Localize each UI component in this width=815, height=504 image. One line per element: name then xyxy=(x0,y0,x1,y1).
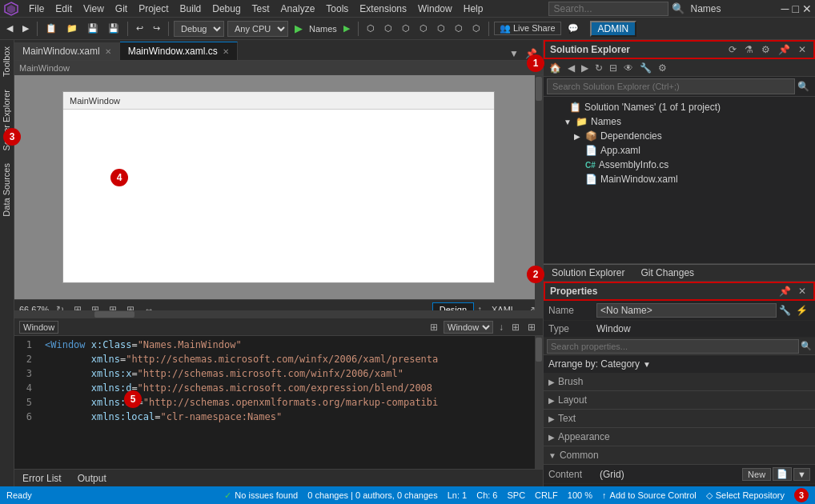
prop-name-lightning[interactable]: ⚡ xyxy=(793,304,810,317)
tree-item-dependencies[interactable]: ▶ 📦 Dependencies xyxy=(544,129,815,143)
feedback-button[interactable]: 💬 xyxy=(564,22,582,35)
platform-dropdown[interactable]: Any CPU xyxy=(227,21,288,37)
se-filter-button[interactable]: ⚗ xyxy=(742,43,756,56)
output-tab[interactable]: Output xyxy=(74,471,110,486)
expand-icon-deps[interactable]: ▶ xyxy=(572,132,582,141)
content-page-icon[interactable]: 📄 xyxy=(773,467,792,481)
toolbar-btn-2[interactable]: ⬡ xyxy=(381,22,395,35)
server-explorer-tab[interactable]: Server Explorer xyxy=(0,83,14,157)
se-refresh-button[interactable]: ↻ xyxy=(592,62,605,74)
code-toolbar-2[interactable]: ⊞ xyxy=(509,321,522,334)
brush-section[interactable]: ▶ Brush xyxy=(544,373,815,391)
text-expand[interactable]: ▶ xyxy=(548,414,555,423)
run-alt-button[interactable]: ▶ xyxy=(340,22,353,35)
tab-close-2[interactable]: ✕ xyxy=(223,47,229,56)
menu-extensions[interactable]: Extensions xyxy=(355,2,412,16)
prop-search-input[interactable] xyxy=(547,339,799,354)
toolbar-btn-6[interactable]: ⬡ xyxy=(452,22,466,35)
toolbar-btn-5[interactable]: ⬡ xyxy=(434,22,448,35)
crlf-status[interactable]: CRLF xyxy=(535,490,558,500)
toolbox-tab[interactable]: Toolbox xyxy=(0,40,14,83)
se-home-button[interactable]: 🏠 xyxy=(547,62,564,74)
back-button[interactable]: ◀ xyxy=(3,22,16,35)
forward-button[interactable]: ▶ xyxy=(19,22,32,35)
se-fwd-button[interactable]: ▶ xyxy=(579,62,591,74)
menu-analyze[interactable]: Analyze xyxy=(276,2,320,16)
live-share-button[interactable]: 👥 Live Share xyxy=(494,22,561,35)
open-button[interactable]: 📁 xyxy=(63,22,81,35)
prop-pin-btn[interactable]: 📌 xyxy=(777,285,793,298)
tree-item-mainwindow-xaml[interactable]: 📄 MainWindow.xaml xyxy=(544,172,815,186)
toolbar-btn-7[interactable]: ⬡ xyxy=(469,22,484,35)
common-section[interactable]: ▼ Common xyxy=(544,446,815,465)
maximize-button[interactable]: □ xyxy=(793,2,799,15)
select-repository-status[interactable]: ◇ Select Repository xyxy=(706,490,785,501)
close-button[interactable]: ✕ xyxy=(802,2,812,15)
code-toolbar-1[interactable]: ⊞ xyxy=(428,321,440,334)
menu-help[interactable]: Help xyxy=(459,2,488,16)
window-dropdown[interactable]: Window xyxy=(19,321,58,334)
admin-button[interactable]: ADMIN xyxy=(590,21,637,37)
tree-item-app-xaml[interactable]: 📄 App.xaml xyxy=(544,143,815,158)
content-down-icon[interactable]: ▼ xyxy=(793,468,810,481)
menu-window[interactable]: Window xyxy=(413,2,457,16)
tree-item-names[interactable]: ▼ 📁 Names xyxy=(544,114,815,129)
se-close-button[interactable]: ✕ xyxy=(796,43,809,56)
menu-project[interactable]: Project xyxy=(134,2,173,16)
se-pin-button[interactable]: 📌 xyxy=(776,43,793,56)
tab-mainwindow-xaml-cs[interactable]: MainWindow.xaml.cs ✕ xyxy=(120,42,238,60)
add-to-source-control-status[interactable]: ↑ Add to Source Control xyxy=(602,490,697,500)
data-sources-tab[interactable]: Data Sources xyxy=(0,157,14,223)
menu-build[interactable]: Build xyxy=(175,2,207,16)
menu-view[interactable]: View xyxy=(78,2,109,16)
code-arrow-down[interactable]: ↓ xyxy=(496,321,506,334)
prop-name-wrench[interactable]: 🔧 xyxy=(777,304,793,317)
code-toolbar-3[interactable]: ⊞ xyxy=(525,321,538,334)
toolbar-btn-3[interactable]: ⬡ xyxy=(399,22,413,35)
code-class-dropdown[interactable]: Window xyxy=(444,321,493,334)
brush-expand[interactable]: ▶ xyxy=(548,378,555,386)
se-settings-button[interactable]: ⚙ xyxy=(759,43,773,56)
code-lines[interactable]: <Window x:Class="Names.MainWindow" xmlns… xyxy=(38,336,535,469)
se-search-input[interactable] xyxy=(547,78,795,94)
se-preview-button[interactable]: 👁 xyxy=(621,62,636,74)
tree-item-assembly-info[interactable]: C# AssemblyInfo.cs xyxy=(544,158,815,172)
tree-item-solution[interactable]: 📋 Solution 'Names' (1 of 1 project) xyxy=(544,100,815,114)
toolbar-btn-4[interactable]: ⬡ xyxy=(416,22,431,35)
name-input[interactable] xyxy=(596,303,777,318)
menu-file[interactable]: File xyxy=(24,2,49,16)
designer-hscrollbar[interactable] xyxy=(14,310,535,318)
save-all-button[interactable]: 💾 xyxy=(105,22,122,35)
menu-git[interactable]: Git xyxy=(110,2,132,16)
prop-close-btn[interactable]: ✕ xyxy=(796,285,809,298)
se-back-button[interactable]: ◀ xyxy=(565,62,577,74)
save-button[interactable]: 💾 xyxy=(84,22,102,35)
menu-edit[interactable]: Edit xyxy=(50,2,77,16)
se-tools-button[interactable]: ⚙ xyxy=(656,62,669,74)
search-input[interactable] xyxy=(548,2,668,16)
appearance-expand[interactable]: ▶ xyxy=(548,433,555,442)
se-collapse-button[interactable]: ⊟ xyxy=(607,62,620,74)
se-search-icon[interactable]: 🔍 xyxy=(795,80,812,93)
arrange-by[interactable]: Arrange by: Category ▼ xyxy=(544,355,815,373)
undo-button[interactable]: ↩ xyxy=(133,22,147,35)
run-button[interactable]: ▶ xyxy=(291,21,306,36)
layout-expand[interactable]: ▶ xyxy=(548,396,555,405)
common-expand[interactable]: ▼ xyxy=(548,451,556,460)
code-scrollbar[interactable] xyxy=(535,336,543,469)
menu-debug[interactable]: Debug xyxy=(207,2,245,16)
solution-explorer-tab[interactable]: Solution Explorer xyxy=(544,266,632,280)
appearance-section[interactable]: ▶ Appearance xyxy=(544,428,815,446)
designer-canvas[interactable]: 4 MainWindow xyxy=(14,75,543,299)
new-project-button[interactable]: 📋 xyxy=(42,22,60,35)
menu-test[interactable]: Test xyxy=(247,2,275,16)
error-list-tab[interactable]: Error List xyxy=(19,471,65,486)
minimize-button[interactable]: ─ xyxy=(781,2,789,15)
text-section[interactable]: ▶ Text xyxy=(544,410,815,428)
tab-mainwindow-xaml[interactable]: MainWindow.xaml ✕ xyxy=(14,42,120,60)
layout-section[interactable]: ▶ Layout xyxy=(544,391,815,410)
redo-button[interactable]: ↪ xyxy=(150,22,163,35)
se-wrench-button[interactable]: 🔧 xyxy=(637,62,654,74)
git-changes-tab[interactable]: Git Changes xyxy=(632,266,702,280)
new-button[interactable]: New xyxy=(742,468,771,481)
